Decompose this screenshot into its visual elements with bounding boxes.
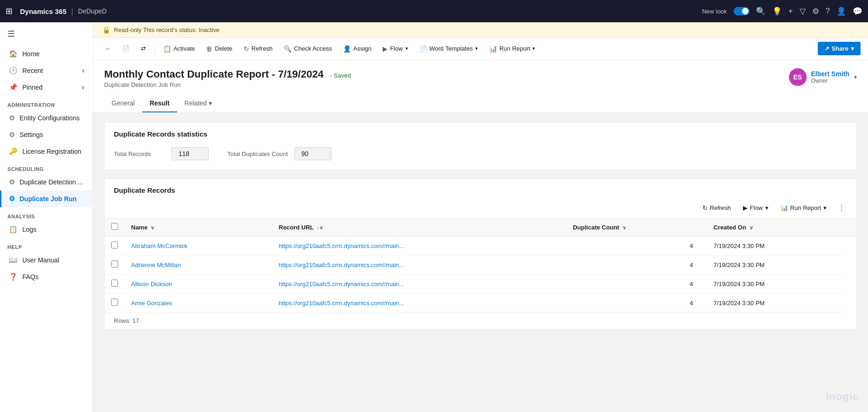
home-icon: 🏠 <box>9 50 18 58</box>
app-name[interactable]: Dynamics 365 <box>20 7 66 15</box>
run-report-icon: 📊 <box>489 45 497 52</box>
help-section-label: Help <box>0 238 93 252</box>
share-button[interactable]: ↗ Share ▾ <box>818 42 861 55</box>
sidebar-item-license-registration[interactable]: 🔑 License Registration <box>0 143 93 160</box>
refresh-button[interactable]: ↻ Refresh <box>239 42 278 55</box>
settings-icon[interactable]: ⚙ <box>812 7 819 16</box>
search-icon[interactable]: 🔍 <box>756 7 766 16</box>
check-access-label: Check Access <box>294 45 332 52</box>
settings-sidebar-icon: ⚙ <box>9 131 15 139</box>
lightbulb-icon[interactable]: 💡 <box>772 7 782 16</box>
record-url-column-header[interactable]: Record URL ↑∨ <box>272 218 567 236</box>
add-icon[interactable]: + <box>788 7 793 16</box>
module-name[interactable]: DeDupeD <box>78 7 106 15</box>
chat-icon[interactable]: 💬 <box>853 7 862 16</box>
row-name-cell[interactable]: Allison Dickson <box>125 275 272 294</box>
sidebar-item-logs[interactable]: 📋 Logs <box>0 221 93 238</box>
note-button[interactable]: 📄 <box>118 42 134 55</box>
created-on-column-header[interactable]: Created On ∨ <box>707 218 843 236</box>
help-icon[interactable]: ? <box>826 7 830 16</box>
entity-config-icon: ⚙ <box>9 114 15 122</box>
duplicate-count-column-header[interactable]: Duplicate Count ∨ <box>566 218 707 236</box>
row-checkbox[interactable] <box>111 242 118 249</box>
row-checkbox-cell[interactable] <box>105 255 125 275</box>
created-sort-icon: ∨ <box>749 225 753 230</box>
row-name-cell[interactable]: Abraham McCormick <box>125 236 272 255</box>
sidebar-item-user-manual[interactable]: 📖 User Manual <box>0 252 93 268</box>
share-alt-button[interactable]: ⇄ <box>136 42 151 55</box>
toggle-knob <box>742 8 749 14</box>
tabs: General Result Related ▾ <box>104 95 857 112</box>
select-all-header[interactable] <box>105 218 125 236</box>
name-column-header[interactable]: Name ∨ <box>125 218 272 236</box>
owner-avatar: ES <box>789 68 807 86</box>
owner-name[interactable]: Elbert Smith <box>811 70 849 78</box>
row-checkbox[interactable] <box>111 261 118 268</box>
owner-chevron-icon[interactable]: ▾ <box>854 74 857 80</box>
flow-label: Flow <box>390 45 403 52</box>
activate-button[interactable]: 📋 Activate <box>159 42 199 55</box>
dup-flow-button[interactable]: ▶ Flow ▾ <box>738 202 773 214</box>
delete-button[interactable]: 🗑 Delete <box>201 42 237 55</box>
select-all-checkbox[interactable] <box>111 223 118 230</box>
row-checkbox-cell[interactable] <box>105 294 125 313</box>
sidebar-item-duplicate-job-run[interactable]: ⚙ Duplicate Job Run <box>0 190 93 207</box>
table-row: Amie Gonzales https://org210aafc5.crm.dy… <box>105 294 856 313</box>
profile-icon[interactable]: 👤 <box>836 7 846 16</box>
word-templates-button[interactable]: 📄 Word Templates ▾ <box>415 42 483 55</box>
sidebar-item-entity-configurations[interactable]: ⚙ Entity Configurations <box>0 110 93 126</box>
row-checkbox[interactable] <box>111 280 118 287</box>
row-url-cell[interactable]: https://org210aafc5.crm.dynamics.com//ma… <box>272 294 567 313</box>
tab-related[interactable]: Related ▾ <box>177 95 219 112</box>
sidebar-item-duplicate-detection[interactable]: ⚙ Duplicate Detection ... <box>0 174 93 190</box>
dup-refresh-icon: ↻ <box>702 204 708 211</box>
table-body: Abraham McCormick https://org210aafc5.cr… <box>105 236 856 313</box>
row-url-cell[interactable]: https://org210aafc5.crm.dynamics.com//ma… <box>272 255 567 275</box>
row-checkbox-cell[interactable] <box>105 275 125 294</box>
run-report-button[interactable]: 📊 Run Report ▾ <box>484 42 540 55</box>
sidebar-item-duplicate-detection-label: Duplicate Detection ... <box>20 178 83 186</box>
dup-more-icon[interactable]: ⋮ <box>834 202 849 214</box>
total-duplicates-label: Total Duplicates Count <box>227 150 288 157</box>
dup-run-report-icon: 📊 <box>781 204 788 211</box>
sidebar-item-faqs-label: FAQs <box>22 273 39 281</box>
sidebar-item-settings[interactable]: ⚙ Settings <box>0 126 93 143</box>
record-subtitle: Duplicate Detection Job Run <box>104 81 351 88</box>
tab-general[interactable]: General <box>104 95 142 112</box>
sidebar-item-faqs[interactable]: ❓ FAQs <box>0 268 93 285</box>
sidebar-item-pinned[interactable]: 📌 Pinned ∨ <box>0 79 93 96</box>
table-row: Allison Dickson https://org210aafc5.crm.… <box>105 275 856 294</box>
filter-icon[interactable]: ▽ <box>800 7 806 16</box>
sidebar-item-recent-label: Recent <box>22 67 43 74</box>
total-records-label: Total Records <box>114 150 165 157</box>
flow-button[interactable]: ▶ Flow ▾ <box>378 42 412 55</box>
dup-flow-chevron-icon: ▾ <box>765 204 769 211</box>
sidebar-item-recent[interactable]: 🕐 Recent ∨ <box>0 62 93 79</box>
share-label: Share <box>832 45 848 52</box>
tab-result[interactable]: Result <box>142 95 177 112</box>
total-records-value: 118 <box>172 147 209 160</box>
waffle-icon[interactable]: ⊞ <box>6 6 13 16</box>
dup-refresh-button[interactable]: ↻ Refresh <box>698 202 736 214</box>
row-url-cell[interactable]: https://org210aafc5.crm.dynamics.com//ma… <box>272 275 567 294</box>
license-icon: 🔑 <box>9 147 18 156</box>
sidebar-hamburger[interactable]: ☰ <box>0 22 93 46</box>
share-alt-icon: ⇄ <box>141 45 146 52</box>
check-access-button[interactable]: 🔍 Check Access <box>279 42 337 55</box>
dup-run-report-button[interactable]: 📊 Run Report ▾ <box>776 202 831 214</box>
count-sort-icon: ∨ <box>623 225 626 230</box>
row-checkbox[interactable] <box>111 299 118 306</box>
activate-icon: 📋 <box>163 45 171 52</box>
row-name-cell[interactable]: Adrienne McMillan <box>125 255 272 275</box>
row-name-cell[interactable]: Amie Gonzales <box>125 294 272 313</box>
new-look-toggle[interactable] <box>734 7 749 15</box>
row-url-cell[interactable]: https://org210aafc5.crm.dynamics.com//ma… <box>272 236 567 255</box>
sidebar-item-duplicate-job-label: Duplicate Job Run <box>20 195 77 203</box>
row-checkbox-cell[interactable] <box>105 236 125 255</box>
lock-icon: 🔒 <box>102 26 110 33</box>
assign-button[interactable]: 👤 Assign <box>338 42 376 55</box>
refresh-label: Refresh <box>252 45 273 52</box>
sidebar-item-home[interactable]: 🏠 Home <box>0 46 93 62</box>
recent-chevron-icon: ∨ <box>81 68 85 74</box>
back-button[interactable]: ← <box>100 42 116 55</box>
